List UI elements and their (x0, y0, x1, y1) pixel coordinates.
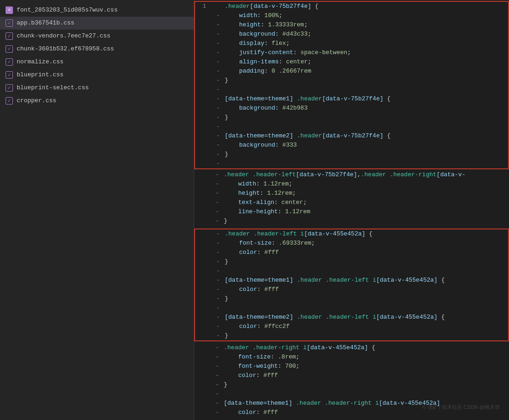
line-minus-10: - (214, 94, 223, 104)
file-icon-css: ≡ (6, 6, 13, 14)
line-minus-blank2: - (214, 122, 223, 131)
line-content-7: align-items: center; (223, 57, 508, 67)
file-icon-checkbox-4: ✓ (6, 58, 13, 66)
line-minus-12: - (214, 113, 223, 122)
line-content-29: } (223, 294, 508, 303)
code-line-2: - width: 100%; (195, 11, 508, 20)
file-name-3: chunk-3601b532.ef678958.css (17, 44, 114, 54)
line-minus-2: - (214, 11, 223, 20)
line-content-33: .header .header-right i[data-v-455e452a]… (222, 343, 509, 352)
file-icon-checkbox-2: ✓ (6, 32, 13, 40)
code-line-13: - [data-theme=theme2] .header[data-v-75b… (195, 131, 508, 141)
line-minus-25: - (214, 248, 223, 257)
line-minus-34: - (213, 352, 222, 362)
line-content-11: background: #42b983 (223, 104, 508, 113)
code-line-blank3: - (195, 266, 508, 276)
line-content-6: justify-content: space-between; (223, 48, 508, 57)
line-minus-28: - (214, 285, 223, 294)
line-content-5: display: flex; (223, 39, 508, 48)
file-name-1: app.b367541b.css (17, 18, 74, 28)
line-minus-8: - (214, 67, 223, 76)
code-line-9: - } (195, 76, 508, 85)
line-minus-38: - (213, 399, 222, 408)
highlight-block-3: - .header .header-left i[data-v-455e452a… (194, 229, 509, 341)
line-content-21: line-height: 1.12rem (222, 207, 509, 216)
sidebar-item-5[interactable]: ✓ blueprint.css (0, 68, 194, 81)
line-content-34: font-size: .8rem; (222, 352, 509, 362)
code-line-36: - color: #fff (194, 371, 509, 380)
sidebar: ≡ font_2853203_5id085s7wuv.css ✓ app.b36… (0, 0, 194, 420)
code-line-29: - } (195, 294, 508, 303)
line-content-20: text-align: center; (222, 198, 509, 207)
code-line-3: - height: 1.33333rem; (195, 20, 508, 30)
line-minus-blank1: - (214, 85, 223, 94)
line-content-25: color: #fff (223, 248, 508, 257)
line-content-26: } (223, 257, 508, 266)
line-content-15: } (223, 150, 508, 159)
code-line-5: - display: flex; (195, 39, 508, 48)
code-line-6: - justify-content: space-between; (195, 48, 508, 57)
code-line-26: - } (195, 257, 508, 266)
code-line-18: - width: 1.12rem; (194, 179, 509, 189)
line-content-22: } (222, 216, 509, 226)
line-minus-21: - (213, 207, 222, 216)
code-line-12: - } (195, 113, 508, 122)
line-minus-27: - (214, 276, 223, 285)
code-line-22: - } (194, 216, 509, 226)
file-icon-checkbox-3: ✓ (6, 45, 13, 53)
line-content-4: background: #d43c33; (223, 30, 508, 39)
line-content-9: } (223, 76, 508, 85)
line-minus-30: - (214, 313, 223, 322)
line-minus-6: - (214, 48, 223, 57)
file-name-7: cropper.css (17, 96, 56, 106)
code-line-14: - background: #333 (195, 141, 508, 150)
code-line-25: - color: #fff (195, 248, 508, 257)
line-content-14: background: #333 (223, 141, 508, 150)
line-minus-17: - (213, 170, 222, 179)
line-minus-35: - (213, 362, 222, 371)
code-line-11: - background: #42b983 (195, 104, 508, 113)
line-minus-13: - (214, 131, 223, 141)
sidebar-item-4[interactable]: ✓ normalize.css (0, 56, 194, 68)
code-line-20: - text-align: center; (194, 198, 509, 207)
code-block-2: - .header .header-left[data-v-75b27f4e],… (194, 170, 509, 226)
line-minus-37: - (213, 380, 222, 389)
code-line-32: - } (195, 331, 508, 340)
code-line-27: - [data-theme=theme1] .header .header-le… (195, 276, 508, 285)
main-content[interactable]: 1 .header[data-v-75b27f4e] { - width: 10… (194, 0, 509, 420)
line-minus-14: - (214, 141, 223, 150)
sidebar-item-3[interactable]: ✓ chunk-3601b532.ef678958.css (0, 43, 194, 56)
line-minus-32: - (214, 331, 223, 340)
line-content-2: width: 100%; (223, 11, 508, 20)
sidebar-item-0[interactable]: ≡ font_2853203_5id085s7wuv.css (0, 4, 194, 17)
file-name-0: font_2853203_5id085s7wuv.css (17, 5, 117, 15)
code-line-blank1: - (195, 85, 508, 94)
line-minus-18: - (213, 179, 222, 189)
line-minus-blank4: - (214, 303, 223, 313)
code-line-15: - } (195, 150, 508, 159)
code-line-blank4: - (195, 303, 508, 313)
line-content-19: height: 1.12rem; (222, 189, 509, 198)
code-line-37: - } (194, 380, 509, 389)
sidebar-item-2[interactable]: ✓ chunk-vendors.7eec7e27.css (0, 30, 194, 43)
code-line-4: - background: #d43c33; (195, 30, 508, 39)
line-content-3: height: 1.33333rem; (223, 20, 508, 30)
line-minus-26: - (214, 257, 223, 266)
file-name-6: blueprint-select.css (17, 83, 89, 93)
line-minus-7: - (214, 57, 223, 67)
line-content-30: [data-theme=theme2] .header .header-left… (223, 313, 508, 322)
code-line-23: - .header .header-left i[data-v-455e452a… (195, 229, 508, 239)
sidebar-item-6[interactable]: ✓ blueprint-select.css (0, 81, 194, 94)
line-minus-19: - (213, 189, 222, 198)
code-line-7: - align-items: center; (195, 57, 508, 67)
code-line-10: - [data-theme=theme1] .header[data-v-75b… (195, 94, 508, 104)
line-content-27: [data-theme=theme1] .header .header-left… (223, 276, 508, 285)
code-line-30: - [data-theme=theme2] .header .header-le… (195, 313, 508, 322)
line-num-1: 1 (195, 2, 214, 11)
line-minus-3: - (214, 20, 223, 30)
line-minus-blank5: - (213, 389, 222, 399)
code-line-33: - .header .header-right i[data-v-455e452… (194, 343, 509, 352)
line-content-18: width: 1.12rem; (222, 179, 509, 189)
sidebar-item-7[interactable]: ✓ cropper.css (0, 94, 194, 107)
sidebar-item-1[interactable]: ✓ app.b367541b.css (0, 17, 194, 30)
